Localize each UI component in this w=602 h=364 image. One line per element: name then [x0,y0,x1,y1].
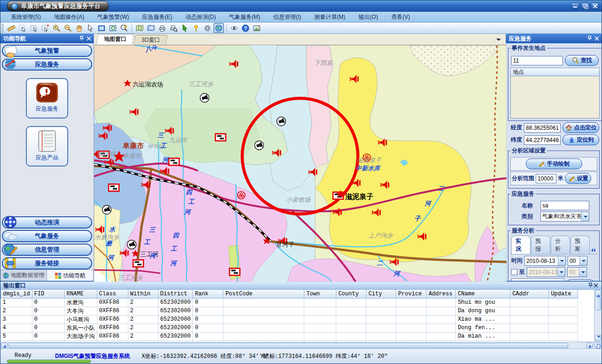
flag-marker[interactable] [169,158,179,166]
analysis-tab-3[interactable]: 分析 [551,236,570,254]
hour-from-select[interactable]: 00 [568,256,587,266]
to-checkbox[interactable] [511,269,517,275]
flag-marker[interactable] [215,134,226,141]
zoom-in-button[interactable] [51,23,62,33]
close-button[interactable] [591,2,599,9]
menu-item-4[interactable]: 应急服务(E) [135,12,179,22]
table-vertical-scrollbar[interactable] [594,290,602,342]
menu-item-10[interactable]: 查看(V) [385,12,417,22]
scroll-right-icon[interactable] [586,343,593,348]
analysis-tab-1[interactable]: 实况 [511,236,531,254]
flag-marker[interactable] [109,184,119,191]
menu-item-8[interactable]: 测量计算(M) [308,12,352,22]
map-export-button[interactable] [146,23,156,33]
emergency-product-button[interactable]: 应急产品 [26,126,68,166]
close-icon[interactable] [594,36,600,41]
menu-item-1[interactable]: 系统管理(S) [4,12,48,22]
select-marquee-button[interactable] [29,23,39,33]
column-header-Class[interactable]: Class [97,290,128,298]
map-canvas[interactable]: 八斗六运湖农场三工河乡下西泉九运街阜康市种马场城关镇阜康市滋泥泉子滋泥泉子中新水… [94,45,506,281]
camera-marker[interactable] [103,206,111,214]
sidebar-item-weather-warning[interactable]: 气象预警 [2,45,92,57]
table-row[interactable]: 10水磨沟0XFF8626523020000Shui mo gou [1,298,578,307]
column-header-RNAME[interactable]: RNAME [64,290,97,298]
print-preview-button[interactable] [168,23,179,33]
placemark-pin-button[interactable] [191,23,201,33]
analysis-tab-4[interactable]: 预案 [570,236,590,254]
click-locate-button[interactable]: 点击定位 [562,122,599,133]
column-header-CName[interactable]: CName [456,290,510,298]
latitude-input[interactable] [524,135,561,145]
tab-map-data-management[interactable]: 地图数据管理 [0,270,47,281]
column-header-Provice[interactable]: Provice [396,290,427,298]
camera-marker[interactable] [127,240,136,249]
column-header-Address[interactable]: Address [427,290,456,298]
menu-item-3[interactable]: 气象预警(W) [91,12,135,22]
column-header-FID[interactable]: FID [32,290,64,298]
layer-listbox[interactable]: 降水空气温度 [511,278,564,281]
set-range-button[interactable]: 设置 [565,173,591,184]
service-name-input[interactable] [540,201,589,210]
scroll-down-icon[interactable] [595,335,601,341]
hour-to-select[interactable]: 00 [567,267,587,277]
sidebar-item-service-links[interactable]: 服务链接 [2,257,92,269]
flag-marker[interactable] [230,269,240,276]
measure-ruler-button[interactable] [6,23,16,33]
service-type-select[interactable]: 气象和洪水灾害 [540,212,589,222]
dropdown-arrow-icon[interactable] [558,256,565,265]
scroll-thumb[interactable] [8,343,568,348]
dropdown-arrow-icon[interactable] [579,268,586,277]
print-button[interactable] [157,23,167,33]
tab-scroll-right-icon[interactable] [594,248,597,253]
pin-icon[interactable] [79,36,84,41]
sidebar-item-info-management[interactable]: 信息管理 [2,244,92,256]
menu-item-2[interactable]: 地图操作(A) [48,12,91,22]
full-extent-button[interactable] [96,23,107,33]
location-list-header[interactable]: 地点 [510,68,600,76]
help-question-button[interactable] [240,23,251,33]
column-header-PostCode[interactable]: PostCode [223,290,304,298]
column-header-Within[interactable]: Within [128,290,158,298]
restore-button[interactable] [581,2,589,9]
column-header-City[interactable]: City [366,290,396,298]
table-row[interactable]: 40东风一小队0XFF8626523020000Dong fen... [1,324,578,332]
locate-to-button[interactable]: 定位到 [562,135,599,145]
tab-list-dropdown[interactable] [495,37,502,42]
analysis-tab-2[interactable]: 预报 [531,236,550,254]
table-horizontal-scrollbar[interactable] [0,342,602,348]
column-header-Town[interactable]: Town [304,290,336,298]
scroll-up-icon[interactable] [595,290,601,297]
zoom-out-button[interactable] [63,23,73,33]
table-row[interactable]: 20大冬沟0XFF8626523020000Da dong gou [1,307,578,315]
column-header-Rank[interactable]: Rank [193,290,223,298]
column-header-Update[interactable]: Update [549,290,578,298]
menu-item-6[interactable]: 气象服务(M) [222,12,267,22]
toolbar-grip[interactable] [1,24,4,32]
minimize-button[interactable] [571,2,579,9]
column-header-dmgis_id[interactable]: dmgis_id [1,290,32,298]
map-overview-button[interactable] [135,23,145,33]
column-header-County[interactable]: County [336,290,366,298]
pin-icon[interactable] [586,36,592,41]
tab-3d-window[interactable]: 3D窗口 [134,35,168,45]
longitude-input[interactable] [524,123,561,133]
refresh-view-button[interactable] [108,23,118,33]
scroll-left-icon[interactable] [1,343,8,348]
close-icon[interactable] [86,36,92,41]
camera-marker[interactable] [255,141,264,150]
menu-item-7[interactable]: 信息管理(I) [267,12,308,22]
pan-hand-button[interactable] [74,23,84,33]
sidebar-item-dynamic-deduction[interactable]: 动态推演 [2,216,92,229]
table-row[interactable]: 30小马厩沟0XFF8626523020000Xiao ma ... [1,315,578,324]
scroll-extra-button[interactable] [594,343,601,348]
column-header-CAddr[interactable]: CAddr [510,290,549,298]
select-cursor-button[interactable] [17,23,28,33]
pointer-arrow-button[interactable] [85,23,95,33]
sidebar-item-emergency-service[interactable]: 应急服务 [2,58,92,71]
dropdown-arrow-icon[interactable] [579,256,587,265]
location-input[interactable] [511,56,563,65]
sidebar-item-weather-service[interactable]: 气象服务 [2,230,92,242]
camera-marker[interactable] [277,117,286,126]
select-lasso-button[interactable] [40,23,50,33]
scroll-thumb[interactable] [595,297,601,310]
